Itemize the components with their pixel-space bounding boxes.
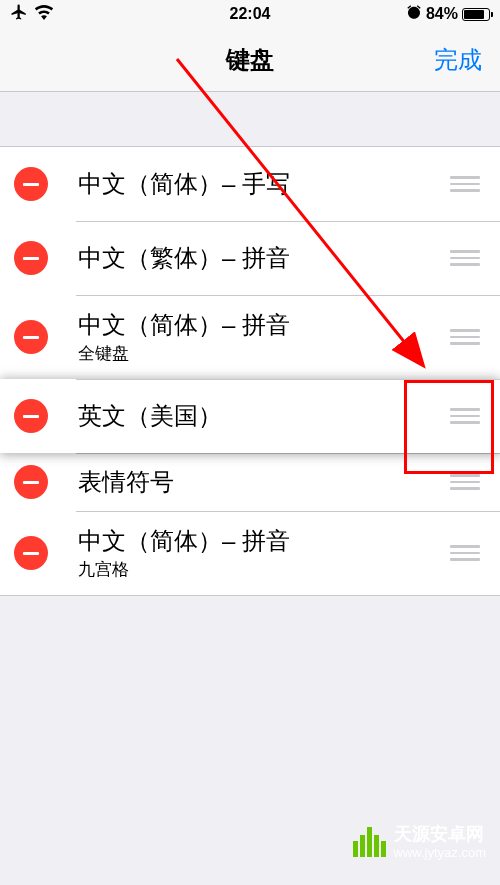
watermark: 天源安卓网 www.jytyaz.com (353, 824, 486, 861)
status-time: 22:04 (230, 5, 271, 23)
drag-handle-icon[interactable] (432, 236, 486, 280)
keyboard-title: 中文（繁体）– 拼音 (78, 242, 432, 273)
keyboard-title: 中文（简体）– 拼音 (78, 525, 432, 556)
row-text: 表情符号 (78, 466, 432, 497)
keyboard-row: 中文（简体）– 拼音 九宫格 (0, 511, 500, 595)
keyboard-title: 中文（简体）– 手写 (78, 168, 432, 199)
keyboard-title: 英文（美国） (78, 400, 432, 431)
watermark-logo-icon (353, 827, 386, 857)
keyboard-title: 中文（简体）– 拼音 (78, 309, 432, 340)
watermark-text: 天源安卓网 www.jytyaz.com (394, 824, 486, 861)
keyboard-row: 中文（简体）– 拼音 全键盘 (0, 295, 500, 379)
drag-handle-icon[interactable] (432, 394, 486, 438)
delete-button[interactable] (14, 320, 48, 354)
keyboard-row: 表情符号 (0, 453, 500, 511)
delete-button[interactable] (14, 241, 48, 275)
keyboard-list: 中文（简体）– 手写 中文（繁体）– 拼音 中文（简体）– 拼音 全键盘 英文（… (0, 146, 500, 596)
alarm-icon (406, 4, 422, 24)
status-bar: 22:04 84% (0, 0, 500, 28)
nav-bar: 键盘 完成 (0, 28, 500, 92)
drag-handle-icon[interactable] (432, 315, 486, 359)
watermark-name: 天源安卓网 (394, 824, 486, 846)
keyboard-title: 表情符号 (78, 466, 432, 497)
battery-icon (462, 8, 490, 21)
drag-handle-icon[interactable] (432, 162, 486, 206)
keyboard-row: 中文（简体）– 手写 (0, 147, 500, 221)
done-button[interactable]: 完成 (434, 44, 482, 76)
drag-handle-icon[interactable] (432, 460, 486, 504)
row-text: 中文（繁体）– 拼音 (78, 242, 432, 273)
row-text: 中文（简体）– 手写 (78, 168, 432, 199)
row-text: 中文（简体）– 拼音 九宫格 (78, 525, 432, 581)
row-text: 中文（简体）– 拼音 全键盘 (78, 309, 432, 365)
keyboard-row-dragging[interactable]: 英文（美国） (0, 379, 500, 453)
keyboard-row: 中文（繁体）– 拼音 (0, 221, 500, 295)
watermark-url: www.jytyaz.com (394, 845, 486, 861)
battery-percent: 84% (426, 5, 458, 23)
delete-button[interactable] (14, 167, 48, 201)
status-right: 84% (406, 4, 490, 24)
page-title: 键盘 (226, 44, 274, 76)
delete-button[interactable] (14, 465, 48, 499)
drag-handle-icon[interactable] (432, 531, 486, 575)
delete-button[interactable] (14, 399, 48, 433)
wifi-icon (34, 5, 54, 24)
keyboard-subtitle: 全键盘 (78, 342, 432, 365)
row-text: 英文（美国） (78, 400, 432, 431)
airplane-icon (10, 3, 28, 25)
delete-button[interactable] (14, 536, 48, 570)
status-left (10, 3, 54, 25)
keyboard-subtitle: 九宫格 (78, 558, 432, 581)
